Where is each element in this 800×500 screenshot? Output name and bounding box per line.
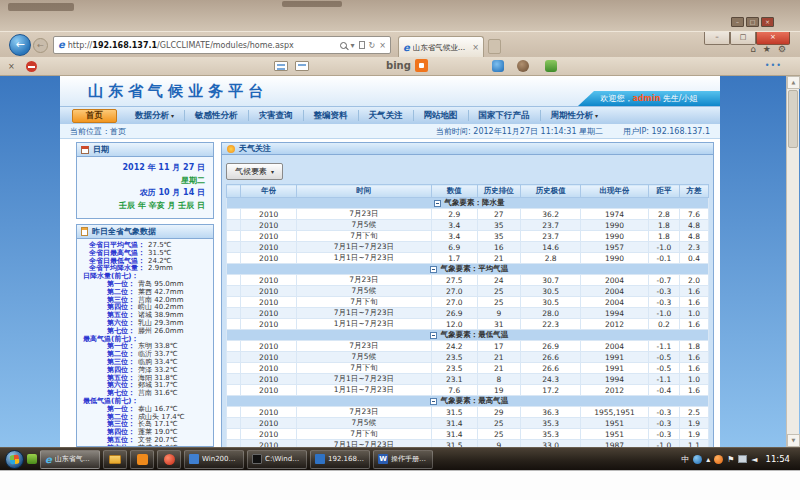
main-panel-header: 天气关注 xyxy=(221,142,714,155)
blocked-sign-icon[interactable] xyxy=(26,61,37,72)
table-cell: 2.8 xyxy=(648,209,679,220)
bing-toolbar[interactable]: bing xyxy=(386,59,428,72)
table-cell: 2010 xyxy=(241,220,296,231)
table-cell: -0.1 xyxy=(648,253,679,264)
collapse-icon[interactable] xyxy=(430,266,437,273)
nav-item-1[interactable]: 首页 xyxy=(72,109,117,123)
taskbar-item-rdp[interactable]: 192.168.58.99... xyxy=(310,450,370,469)
orange-app-icon xyxy=(137,454,148,465)
group-label: 气象要素：最低气温 xyxy=(441,330,509,339)
tab-close-icon[interactable]: × xyxy=(472,43,479,52)
table-group-row[interactable]: 气象要素：最高气温 xyxy=(227,396,709,407)
nav-item-3[interactable]: 敏感性分析 xyxy=(185,110,249,121)
close-icon[interactable]: × xyxy=(761,17,774,27)
refresh-icon[interactable]: ↻ xyxy=(369,41,376,50)
table-cell: 4.8 xyxy=(680,220,709,231)
addon-blue-icon[interactable] xyxy=(492,60,504,72)
start-button[interactable] xyxy=(5,450,24,469)
minimize-button[interactable]: – xyxy=(704,32,730,45)
table-row: 20107月5候31.42535.31951-0.31.9 xyxy=(227,418,709,429)
tray-flag-icon[interactable]: ⚑ xyxy=(727,455,734,464)
contact-card-icon[interactable] xyxy=(274,61,288,71)
browser-toolbar: ← ← e http://192.168.137.1/GLCCLIMATE/mo… xyxy=(0,31,800,57)
forward-button[interactable]: ← xyxy=(33,38,48,53)
stat-value: 2.9mm xyxy=(148,265,173,273)
more-options-icon[interactable]: ••• xyxy=(765,61,782,70)
page-favicon-icon: e xyxy=(58,40,65,50)
minimize-icon[interactable]: – xyxy=(731,17,744,27)
table-cell: 1990 xyxy=(581,220,648,231)
search-icon[interactable] xyxy=(340,42,347,49)
tray-app-icon[interactable] xyxy=(693,455,702,464)
taskbar-item-label: 操作手册.docx ... xyxy=(391,454,428,464)
favorites-star-icon[interactable]: ★ xyxy=(763,44,771,54)
back-button[interactable]: ← xyxy=(9,34,31,56)
table-cell: -0.3 xyxy=(648,297,679,308)
collapse-icon[interactable] xyxy=(434,200,441,207)
search-dropdown-icon[interactable]: ▾ xyxy=(351,41,355,50)
home-icon[interactable]: ⌂ xyxy=(750,44,756,54)
browser-tab[interactable]: e 山东省气候业务平... × xyxy=(398,36,484,58)
table-group-row[interactable]: 气象要素：降水量 xyxy=(227,198,709,209)
mail-icon[interactable] xyxy=(295,61,309,71)
weather-panel-body: 全省日平均气温：27.5℃全省日最高气温：31.5℃全省日最低气温：24.2℃全… xyxy=(77,239,213,447)
tray-volume-icon[interactable]: ◄ xyxy=(751,455,757,464)
date-panel-body: 2012 年 11 月 27 日星期二农历 10 月 14 日壬辰 年 辛亥 月… xyxy=(77,157,213,218)
table-group-row[interactable]: 气象要素：平均气温 xyxy=(227,264,709,275)
taskbar-item-cmd[interactable]: C:\Windows\s... xyxy=(247,450,307,469)
taskbar-item-ie[interactable]: e山东省气候业... xyxy=(40,450,100,469)
addon-pet-icon[interactable] xyxy=(517,60,529,72)
tray-expand-icon[interactable]: ▴ xyxy=(706,455,710,464)
table-cell: 29 xyxy=(477,407,520,418)
compatibility-page-icon[interactable] xyxy=(359,41,365,49)
page-header: 山东省气候业务平台 欢迎您，admin 先生/小姐 xyxy=(60,76,720,106)
quick-launch-icon[interactable] xyxy=(27,454,37,464)
desktop-background: – □ × xyxy=(0,0,800,31)
new-tab-button[interactable] xyxy=(488,39,501,54)
taskbar-clock[interactable]: 11:54 xyxy=(766,454,791,464)
nav-item-6[interactable]: 天气关注 xyxy=(359,110,414,121)
stop-icon[interactable]: × xyxy=(379,41,386,50)
taskbar-item-orange-app[interactable] xyxy=(130,450,154,469)
nav-item-2[interactable]: 数据分析▾ xyxy=(125,110,185,121)
address-bar[interactable]: e http://192.168.137.1/GLCCLIMATE/module… xyxy=(53,36,391,54)
collapse-icon[interactable] xyxy=(430,332,437,339)
tools-gear-icon[interactable]: ⚙ xyxy=(778,44,786,54)
scrollbar-up-icon[interactable]: ▲ xyxy=(787,76,800,89)
scrollbar-down-icon[interactable]: ▼ xyxy=(787,434,800,447)
table-header-cell: 历史极值 xyxy=(521,185,581,198)
nav-item-9[interactable]: 周期性分析▾ xyxy=(541,110,609,121)
table-cell: 1994 xyxy=(581,374,648,385)
table-cell: 14.6 xyxy=(521,242,581,253)
nav-item-label: 网站地图 xyxy=(424,110,458,122)
tray-network-icon[interactable] xyxy=(738,455,747,463)
table-cell: 25 xyxy=(477,286,520,297)
taskbar-item-vm[interactable]: Win2008 (VS2... xyxy=(184,450,244,469)
url-text[interactable]: http://192.168.137.1/GLCCLIMATE/modules/… xyxy=(68,41,337,50)
nav-item-7[interactable]: 网站地图 xyxy=(414,110,469,121)
date-line: 星期二 xyxy=(85,175,205,188)
table-cell: 23.7 xyxy=(521,220,581,231)
tray-fox-icon[interactable] xyxy=(714,455,723,464)
collapse-icon[interactable] xyxy=(430,398,437,405)
table-cell: 23.5 xyxy=(431,352,477,363)
taskbar-item-word[interactable]: W操作手册.docx ... xyxy=(373,450,433,469)
scrollbar-thumb[interactable] xyxy=(788,90,798,148)
table-row: 20107月下旬3.43523.719901.84.8 xyxy=(227,231,709,242)
table-cell: 6.9 xyxy=(431,242,477,253)
bing-badge-icon[interactable] xyxy=(415,59,428,72)
maximize-icon[interactable]: □ xyxy=(746,17,759,27)
toolbar-close-icon[interactable]: × xyxy=(8,62,15,71)
taskbar-item-folder[interactable] xyxy=(103,450,127,469)
taskbar-item-media[interactable] xyxy=(157,450,181,469)
nav-item-8[interactable]: 国家下行产品 xyxy=(469,110,541,121)
climate-element-button[interactable]: 气候要素 ▾ xyxy=(226,163,283,180)
nav-item-4[interactable]: 灾害查询 xyxy=(249,110,304,121)
ime-indicator[interactable]: 中 xyxy=(681,454,689,465)
row-select-cell xyxy=(227,253,241,264)
page-scrollbar[interactable]: ▲ ▼ xyxy=(786,76,799,447)
table-group-row[interactable]: 气象要素：最低气温 xyxy=(227,330,709,341)
addon-green-icon[interactable] xyxy=(545,60,557,72)
table-cell: 2010 xyxy=(241,275,296,286)
nav-item-5[interactable]: 整编资料 xyxy=(304,110,359,121)
